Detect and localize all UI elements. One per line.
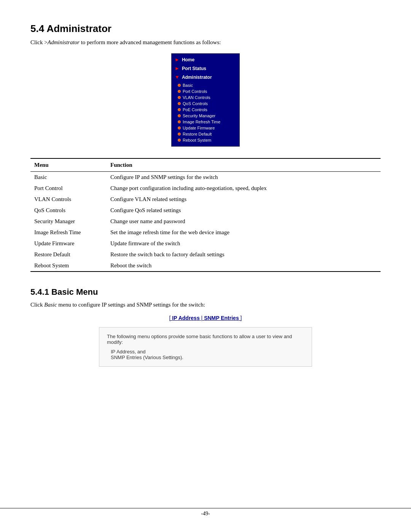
table-cell-function: Set the image refresh time for the web d…	[107, 227, 381, 238]
nav-label-port-status: Port Status	[182, 66, 206, 71]
bullet-icon	[178, 108, 181, 111]
bullet-icon	[178, 96, 181, 99]
table-row: BasicConfigure IP and SNMP settings for …	[30, 172, 381, 183]
sub-item-update-firmware[interactable]: Update Firmware	[172, 125, 239, 131]
device-box-list: IP Address, and SNMP Entries (Various Se…	[111, 349, 304, 360]
sub-item-qos-controls[interactable]: QoS Controls	[172, 101, 239, 107]
sub-label-port-controls: Port Controls	[183, 89, 207, 94]
section-subtitle-541: 5.4.1 Basic Menu	[30, 287, 381, 297]
table-row: Port ControlChange port configuration in…	[30, 183, 381, 194]
table-cell-function: Configure VLAN related settings	[107, 194, 381, 205]
table-cell-function: Configure QoS related settings	[107, 205, 381, 216]
col-function-header: Function	[107, 159, 381, 172]
sub-item-restore-default[interactable]: Restore Default	[172, 131, 239, 137]
bracket-close: ]	[239, 315, 242, 321]
sub-label-vlan-controls: VLAN Controls	[183, 95, 210, 100]
table-cell-menu: Update Firmware	[30, 238, 107, 249]
table-cell-menu: Image Refresh Time	[30, 227, 107, 238]
bullet-icon	[178, 114, 181, 117]
snmp-entries-link[interactable]: SNMP Entries	[204, 315, 239, 321]
menu-function-table-section: Menu Function BasicConfigure IP and SNMP…	[30, 158, 381, 272]
sub-label-reboot-system: Reboot System	[183, 138, 211, 142]
device-box-text: The following menu options provide some …	[107, 334, 304, 345]
nav-label-administrator: Administrator	[182, 75, 212, 80]
page-number: -49-	[201, 511, 210, 516]
basic-menu-intro: Click Basic menu to configure IP setting…	[30, 302, 381, 308]
menu-function-table: Menu Function BasicConfigure IP and SNMP…	[30, 159, 381, 272]
table-row: QoS ControlsConfigure QoS related settin…	[30, 205, 381, 216]
page-footer: -49-	[0, 508, 411, 517]
sub-item-image-refresh[interactable]: Image Refresh Time	[172, 119, 239, 125]
right-arrow-icon: ►	[175, 66, 180, 71]
nav-item-administrator[interactable]: ▼ Administrator	[172, 73, 239, 81]
table-row: VLAN ControlsConfigure VLAN related sett…	[30, 194, 381, 205]
section-541: 5.4.1 Basic Menu Click Basic menu to con…	[30, 287, 381, 367]
admin-sub-items: Basic Port Controls VLAN Controls QoS Co…	[172, 81, 239, 145]
nav-menu: ► Home ► Port Status ▼ Administrator Bas…	[171, 53, 240, 147]
table-cell-function: Change port configuration including auto…	[107, 183, 381, 194]
bullet-icon	[178, 133, 181, 136]
table-cell-menu: Security Manager	[30, 216, 107, 227]
nav-item-port-status[interactable]: ► Port Status	[172, 64, 239, 73]
table-cell-menu: Reboot System	[30, 260, 107, 272]
table-row: Image Refresh TimeSet the image refresh …	[30, 227, 381, 238]
bullet-icon	[178, 84, 181, 87]
ip-address-link[interactable]: IP Address	[172, 315, 199, 321]
table-row: Update FirmwareUpdate firmware of the sw…	[30, 238, 381, 249]
ip-snmp-links: [ IP Address | SNMP Entries ]	[169, 315, 242, 321]
nav-label-home: Home	[182, 57, 194, 62]
nav-item-home[interactable]: ► Home	[172, 55, 239, 64]
sub-label-basic: Basic	[183, 83, 193, 88]
down-arrow-icon: ▼	[175, 74, 180, 80]
nav-menu-image: ► Home ► Port Status ▼ Administrator Bas…	[30, 53, 381, 147]
table-cell-function: Change user name and password	[107, 216, 381, 227]
pipe-separator: |	[200, 315, 204, 321]
sub-label-qos-controls: QoS Controls	[183, 101, 208, 106]
bullet-icon	[178, 126, 181, 129]
col-menu-header: Menu	[30, 159, 107, 172]
bullet-icon	[178, 120, 181, 123]
bullet-icon	[178, 139, 181, 142]
table-row: Security ManagerChange user name and pas…	[30, 216, 381, 227]
table-cell-menu: VLAN Controls	[30, 194, 107, 205]
sub-label-security-manager: Security Manager	[183, 113, 215, 118]
sub-item-vlan-controls[interactable]: VLAN Controls	[172, 94, 239, 101]
table-cell-menu: Port Control	[30, 183, 107, 194]
table-cell-function: Configure IP and SNMP settings for the s…	[107, 172, 381, 183]
device-info-box: The following menu options provide some …	[99, 327, 312, 367]
table-cell-menu: Basic	[30, 172, 107, 183]
sub-item-poe-controls[interactable]: PoE Controls	[172, 107, 239, 113]
list-item-ip: IP Address, and	[111, 349, 304, 355]
table-cell-function: Update firmware of the switch	[107, 238, 381, 249]
right-arrow-icon: ►	[175, 57, 180, 62]
table-cell-function: Reboot the switch	[107, 260, 381, 272]
sub-label-update-firmware: Update Firmware	[183, 126, 215, 130]
bullet-icon	[178, 102, 181, 105]
sub-label-restore-default: Restore Default	[183, 132, 212, 136]
table-row: Restore DefaultRestore the switch back t…	[30, 249, 381, 260]
table-row: Reboot SystemReboot the switch	[30, 260, 381, 272]
sub-label-image-refresh: Image Refresh Time	[183, 120, 220, 124]
section-title: 5.4 Administrator	[30, 23, 381, 35]
intro-paragraph: Click >Administrator to perform more adv…	[30, 39, 381, 46]
table-cell-menu: QoS Controls	[30, 205, 107, 216]
sub-item-security-manager[interactable]: Security Manager	[172, 113, 239, 119]
table-cell-menu: Restore Default	[30, 249, 107, 260]
bullet-icon	[178, 90, 181, 93]
sub-item-port-controls[interactable]: Port Controls	[172, 88, 239, 94]
table-cell-function: Restore the switch back to factory defau…	[107, 249, 381, 260]
sub-item-reboot-system[interactable]: Reboot System	[172, 137, 239, 143]
sub-label-poe-controls: PoE Controls	[183, 107, 207, 112]
ip-snmp-links-bar: [ IP Address | SNMP Entries ]	[30, 315, 381, 321]
list-item-snmp: SNMP Entries (Various Settings).	[111, 355, 304, 360]
sub-item-basic[interactable]: Basic	[172, 82, 239, 88]
